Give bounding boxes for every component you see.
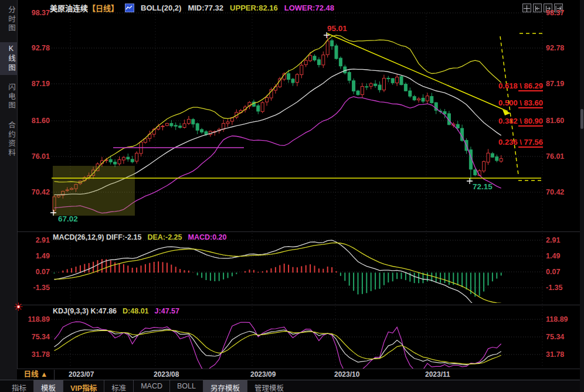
price-axis-left: 76.01 (19, 152, 50, 161)
date-tick: 2023/10 (334, 370, 359, 379)
price-axis-left: 98.37 (19, 9, 50, 17)
tab-manage-template[interactable]: 管理模板 (247, 380, 291, 392)
macd-axis-left: 1.49 (19, 252, 50, 260)
kdj-j-value: J:47.57 (155, 307, 179, 315)
macd-axis-right: 2.91 (546, 236, 579, 244)
kdj-axis-left: 31.78 (19, 350, 50, 359)
crosshair-icon[interactable] (522, 4, 531, 12)
symbol-title: 美原油连续【日线】 (50, 2, 118, 13)
date-tick: 2023/07 (69, 370, 94, 379)
macd-axis-left: -1.35 (19, 284, 50, 292)
sidebar-item-flash[interactable]: 闪电图 (0, 81, 17, 113)
price-axis-right: 87.19 (546, 80, 579, 88)
tab-save-template[interactable]: 另存模板 (203, 380, 247, 392)
period-selector-button[interactable]: 日线 ▲ (18, 370, 55, 380)
date-axis-row: 日线 ▲ 2023/07 2023/08 2023/09 2023/10 202… (17, 369, 584, 380)
vertical-scrollbar[interactable] (580, 0, 584, 392)
macd-axis-right: 1.49 (546, 252, 579, 260)
date-tick: 2023/08 (154, 370, 179, 379)
indicator-chart-icon (125, 4, 134, 12)
price-axis-right: 70.42 (546, 188, 579, 196)
tab-boll[interactable]: BOLL (169, 380, 203, 392)
price-axis-right: 92.78 (546, 44, 579, 52)
date-tick: 2023/09 (250, 370, 276, 379)
kdj-axis-right: 118.89 (546, 315, 579, 323)
period-badge: 【日线】 (88, 4, 118, 13)
fib-level-label: 0.618 \ 86.29 (491, 81, 543, 90)
tab-standard[interactable]: 标准 (104, 380, 133, 392)
chart-titlebar: 美原油连续【日线】 BOLL(20,2) MID:77.32 UPPER:82.… (50, 2, 334, 13)
macd-title-diff: MACD(26,12,9) DIFF:-2.15 (53, 233, 141, 241)
tab-templates[interactable]: 模板 (33, 380, 63, 392)
price-axis-left: 81.60 (19, 117, 50, 125)
shift-left-icon[interactable] (533, 4, 542, 12)
kdj-d-value: D:48.01 (123, 307, 148, 315)
price-axis-right: 81.60 (546, 117, 579, 125)
kdj-axis-left: 75.34 (19, 333, 50, 341)
fib-level-label: 0.500 \ 83.60 (491, 98, 543, 107)
tab-indicators[interactable]: 指标 (5, 380, 33, 392)
left-sidebar: 分时图 K线图 闪电图 合约资料 (0, 0, 18, 392)
boll-params-label: BOLL(20,2) (141, 4, 181, 12)
price-axis-right: 76.01 (546, 152, 579, 161)
tab-macd[interactable]: MACD (133, 380, 169, 392)
price-axis-left: 87.19 (19, 80, 50, 88)
macd-hist-value: MACD:0.20 (188, 233, 226, 241)
boll-lower-value: LOWER:72.48 (284, 4, 334, 12)
recent-low-price-label: 72.15 (473, 182, 493, 191)
macd-panel-header: MACD(26,12,9) DIFF:-2.15 DEA:-2.25 MACD:… (53, 233, 226, 241)
price-axis-left: 92.78 (19, 44, 50, 52)
fib-level-label: 0.382 \ 80.90 (491, 117, 543, 125)
macd-dea-value: DEA:-2.25 (147, 233, 182, 241)
trading-app: 分时图 K线图 闪电图 合约资料 美原油连续【日线】 BOLL(20,2) MI… (0, 0, 584, 392)
macd-axis-left: 0.07 (19, 268, 50, 276)
symbol-name: 美原油连续 (50, 4, 88, 13)
fib-level-label: 0.236 \ 77.56 (491, 138, 543, 146)
macd-axis-right: 0.07 (546, 268, 579, 276)
kdj-axis-right: 31.78 (546, 350, 579, 359)
kdj-title-k: KDJ(9,3,3) K:47.86 (53, 307, 117, 315)
sidebar-item-contract[interactable]: 合约资料 (0, 119, 17, 160)
alert-marker-icon[interactable] (14, 302, 23, 313)
boll-mid-value: MID:77.32 (188, 4, 223, 12)
low-price-label: 67.02 (58, 214, 78, 223)
macd-axis-right: -1.35 (546, 284, 579, 292)
scrollbar-thumb[interactable] (580, 109, 583, 129)
macd-axis-left: 2.91 (19, 236, 50, 244)
boll-upper-value: UPPER:82.16 (230, 4, 278, 12)
chart-canvas[interactable] (0, 0, 584, 392)
sidebar-item-timeline[interactable]: 分时图 (0, 4, 17, 36)
kdj-panel-header: KDJ(9,3,3) K:47.86 D:48.01 J:47.57 (53, 307, 179, 315)
price-axis-left: 70.42 (19, 188, 50, 196)
peak-price-label: 95.01 (327, 24, 347, 33)
kdj-axis-right: 75.34 (546, 333, 579, 341)
date-tick: 2023/11 (425, 370, 450, 379)
tab-vip-indicators[interactable]: VIP指标 (63, 380, 104, 392)
kdj-axis-left: 118.89 (19, 315, 50, 323)
bottom-tabbar: 指标 模板 VIP指标 标准 MACD BOLL 另存模板 管理模板 (0, 380, 584, 392)
price-axis-right: 98.37 (546, 9, 579, 17)
sidebar-item-kline[interactable]: K线图 (0, 42, 17, 75)
